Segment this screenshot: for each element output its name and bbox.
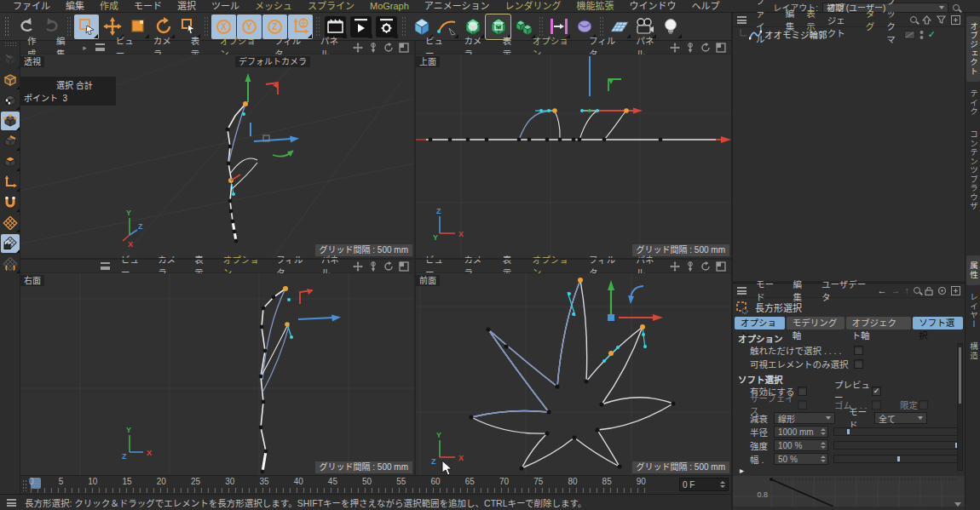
tab-attributes[interactable]: 属性 (966, 255, 980, 285)
viewport-right-canvas[interactable]: Y Z X 右面 グリッド間隔 : 500 mm (20, 273, 414, 475)
pan-view-icon[interactable] (352, 261, 363, 272)
history-back-icon[interactable]: ← (878, 285, 887, 295)
status-menu-icon[interactable] (7, 499, 16, 507)
add-panel-icon[interactable] (951, 286, 960, 295)
menu-animation[interactable]: アニメーション (417, 0, 498, 12)
rotate-view-icon[interactable] (700, 261, 711, 272)
am-menu-edit[interactable]: 編集 (787, 278, 816, 303)
width-field[interactable]: 50 % (774, 453, 828, 465)
panel-menu-icon[interactable] (95, 43, 105, 51)
palette-grip[interactable] (4, 42, 16, 47)
axis-mode-button[interactable] (1, 173, 20, 192)
timeline-ruler[interactable]: 0510 152025 303540 455055 606570 758085 … (29, 477, 646, 486)
am-menu-mode[interactable]: モード (750, 278, 787, 303)
viewport-top-canvas[interactable]: Z X Y 上面 グリッド間隔 : 500 mm (416, 54, 731, 258)
add-panel-icon[interactable] (951, 15, 960, 25)
lock-workplane-button[interactable] (1, 234, 20, 253)
toolbar-grip[interactable] (4, 16, 10, 37)
edge-mode-button[interactable] (1, 132, 20, 151)
rotate-view-icon[interactable] (383, 261, 394, 272)
camera-label[interactable]: デフォルトカメラ (235, 56, 310, 67)
menu-help[interactable]: ヘルプ (683, 0, 727, 12)
focus-target-icon[interactable] (937, 286, 947, 295)
menu-select[interactable]: 選択 (170, 0, 204, 12)
toggle-view-icon[interactable] (398, 261, 409, 272)
mode-dropdown[interactable]: 全て (874, 412, 927, 424)
panel-menu-icon[interactable] (737, 287, 747, 295)
visible-only-checkbox[interactable] (854, 359, 863, 369)
menu-extensions[interactable]: 機能拡張 (568, 0, 621, 12)
limit-checkbox[interactable] (919, 400, 928, 410)
falloff-dropdown[interactable]: 線形 (774, 412, 835, 424)
strength-field[interactable]: 100 % (774, 439, 828, 451)
polygon-mode-button[interactable] (1, 152, 20, 171)
menu-window[interactable]: ウインドウ (621, 0, 683, 12)
curve-expander[interactable]: ▸ (733, 466, 965, 476)
preview-checkbox[interactable]: ✓ (872, 387, 881, 396)
radius-slider[interactable] (833, 427, 960, 436)
tab-takes[interactable]: テイク (966, 83, 980, 123)
parent-up-icon[interactable]: ↑ (905, 285, 910, 295)
filter-icon[interactable] (937, 15, 946, 24)
pan-view-icon[interactable] (352, 42, 363, 53)
surface-checkbox[interactable] (798, 400, 807, 410)
render-settings-button[interactable] (374, 14, 399, 39)
tolerant-select-checkbox[interactable] (854, 346, 863, 355)
viewport-front-canvas[interactable]: Y X Z 前面 グリッド間隔 : 500 mm (416, 273, 731, 475)
workplane-button[interactable] (1, 214, 20, 232)
width-slider[interactable] (833, 455, 960, 463)
tab-layers[interactable]: レイヤー (966, 287, 980, 335)
viewport-splitter-horizontal[interactable] (20, 258, 731, 260)
attribute-scrollbar[interactable] (957, 343, 963, 471)
search-icon[interactable] (910, 16, 917, 23)
rotate-view-icon[interactable] (383, 42, 394, 53)
menu-tools[interactable]: ツール (204, 0, 247, 12)
panel-menu-icon[interactable] (737, 16, 747, 24)
layer-chip-icon[interactable] (904, 31, 915, 39)
tab-object-axis[interactable]: オブジェクト軸 (846, 317, 912, 329)
search-icon[interactable] (953, 4, 960, 11)
enabled-check-icon[interactable]: ✓ (928, 29, 936, 40)
menu-mesh[interactable]: メッシュ (247, 0, 300, 12)
rotate-view-icon[interactable] (700, 42, 711, 53)
object-name[interactable]: オオモミジ輪郭 (764, 28, 827, 41)
rubber-checkbox[interactable] (872, 400, 881, 410)
menu-edit[interactable]: 編集 (58, 0, 92, 12)
am-menu-userdata[interactable]: ユーザデータ (816, 278, 878, 303)
pan-view-icon[interactable] (669, 261, 680, 272)
tab-soft-selection[interactable]: ソフト選択 (913, 317, 963, 329)
current-frame-field[interactable]: 0 F (679, 478, 729, 491)
tab-object-manager[interactable]: オブジェクト (966, 16, 980, 82)
falloff-curve-graph[interactable]: 0.8 (733, 476, 965, 507)
menu-file[interactable]: ファイル (5, 0, 58, 12)
object-row[interactable]: オオモミジ輪郭 ✓ (733, 27, 965, 42)
zoom-view-icon[interactable] (684, 261, 695, 272)
zoom-view-icon[interactable] (684, 42, 695, 53)
toggle-view-icon[interactable] (398, 42, 409, 53)
tab-content-browser[interactable]: コンテンツブラウザ (966, 124, 980, 217)
timeline-grip[interactable] (22, 479, 27, 491)
toggle-view-icon[interactable] (715, 261, 726, 272)
lock-icon[interactable] (925, 286, 933, 295)
snap-workplane-button[interactable] (1, 255, 20, 273)
points-mode-button[interactable] (1, 112, 20, 130)
texture-mode-button[interactable] (1, 91, 20, 110)
menu-mode[interactable]: モード (126, 0, 170, 12)
menu-mograph[interactable]: MoGraph (362, 0, 417, 12)
dock-menu-expand-icon[interactable]: ▸ (79, 43, 90, 52)
pan-view-icon[interactable] (669, 42, 680, 53)
zoom-view-icon[interactable] (367, 42, 378, 53)
tab-structure[interactable]: 構造 (966, 336, 980, 366)
make-editable-button[interactable] (1, 50, 20, 69)
toggle-view-icon[interactable] (715, 42, 726, 53)
render-picture-viewer-button[interactable] (349, 14, 373, 39)
visibility-dots-icon[interactable] (919, 30, 924, 40)
radius-field[interactable]: 1000 mm (774, 426, 828, 438)
snap-magnet-button[interactable] (1, 193, 20, 212)
soft-enable-checkbox[interactable] (798, 387, 807, 396)
zoom-view-icon[interactable] (367, 261, 378, 272)
scroll-down-icon[interactable] (954, 502, 961, 507)
menu-render[interactable]: レンダリング (497, 0, 568, 12)
model-mode-button[interactable] (1, 71, 20, 89)
strength-slider[interactable] (833, 441, 960, 450)
